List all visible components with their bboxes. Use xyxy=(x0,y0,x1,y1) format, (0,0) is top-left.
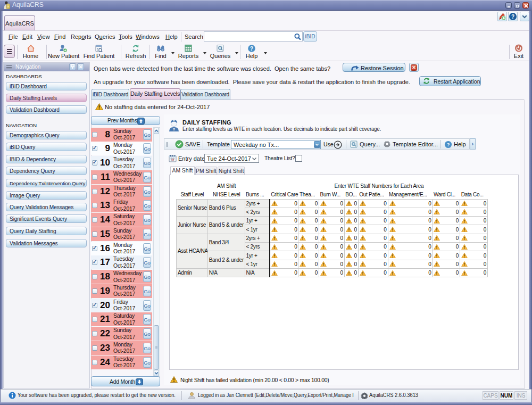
svg-text:?: ? xyxy=(511,14,514,20)
svg-text:?: ? xyxy=(447,142,450,147)
svg-text:?: ? xyxy=(250,45,253,52)
